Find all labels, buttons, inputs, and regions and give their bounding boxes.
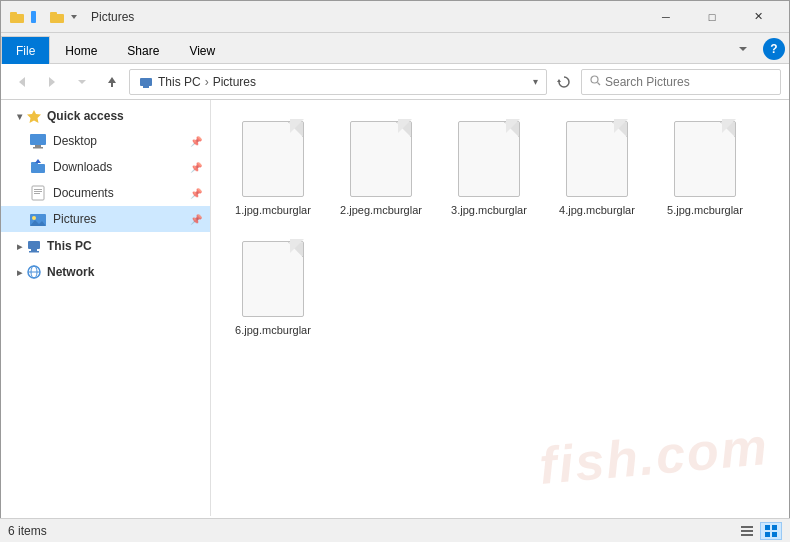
path-dropdown-icon[interactable]: ▾ [533,76,538,87]
view-buttons [736,522,782,540]
file-item[interactable]: 3.jpg.mcburglar [439,112,539,224]
file-name: 5.jpg.mcburglar [667,203,743,217]
svg-rect-18 [30,134,46,145]
sidebar-item-desktop[interactable]: Desktop 📌 [1,128,210,154]
svg-rect-21 [31,164,45,173]
svg-marker-5 [71,15,77,19]
quick-access-section: ▾ Quick access Desktop 📌 [1,104,210,232]
pictures-icon [29,210,47,228]
file-name: 1.jpg.mcburglar [235,203,311,217]
svg-rect-3 [50,14,64,23]
forward-button[interactable] [39,69,65,95]
file-item[interactable]: 2.jpeg.mcburglar [331,112,431,224]
title-dropdown-icon[interactable] [69,12,79,22]
list-view-button[interactable] [736,522,758,540]
address-bar: This PC › Pictures ▾ [1,64,789,100]
svg-rect-38 [741,530,753,532]
svg-rect-37 [741,526,753,528]
svg-rect-19 [35,145,41,147]
help-button[interactable]: ? [763,38,785,60]
network-section: ▸ Network [1,260,210,284]
quick-access-icon [26,108,42,124]
item-count: 6 items [8,524,47,538]
thispc-label: This PC [47,239,92,253]
svg-rect-4 [50,12,57,15]
sidebar-item-pictures[interactable]: Pictures 📌 [1,206,210,232]
svg-marker-9 [78,80,86,84]
thispc-icon [26,238,42,254]
main-layout: ▾ Quick access Desktop 📌 [1,100,789,516]
svg-rect-13 [143,86,149,88]
file-item[interactable]: 4.jpg.mcburglar [547,112,647,224]
network-header[interactable]: ▸ Network [1,260,210,284]
file-icon [670,119,740,199]
svg-rect-32 [31,249,37,251]
window-app-icon [9,9,25,25]
close-button[interactable]: ✕ [735,1,781,33]
svg-marker-8 [49,77,55,87]
sidebar-item-documents[interactable]: Documents 📌 [1,180,210,206]
svg-point-29 [32,216,36,220]
documents-pin-icon: 📌 [190,188,202,199]
svg-rect-41 [772,525,777,530]
content-area: fish.com 1.jpg.mcburglar 2.jpeg.mcburgla… [211,100,789,516]
documents-label: Documents [53,186,114,200]
file-fold [398,119,412,133]
network-icon [26,264,42,280]
svg-rect-0 [10,14,24,23]
refresh-button[interactable] [551,69,577,95]
desktop-pin-icon: 📌 [190,136,202,147]
svg-point-15 [591,76,598,83]
file-name: 6.jpg.mcburglar [235,323,311,337]
up-button[interactable] [99,69,125,95]
address-path[interactable]: This PC › Pictures ▾ [129,69,547,95]
search-box[interactable] [581,69,781,95]
tab-share[interactable]: Share [112,36,174,64]
tab-view[interactable]: View [174,36,230,64]
sidebar-item-downloads[interactable]: Downloads 📌 [1,154,210,180]
svg-rect-43 [772,532,777,537]
file-fold [722,119,736,133]
ribbon-collapse-button[interactable] [729,35,757,63]
svg-marker-17 [27,110,41,123]
pictures-label: Pictures [53,212,96,226]
svg-line-16 [598,83,601,86]
documents-icon [29,184,47,202]
title-bar-icons [9,9,79,25]
file-icon [238,239,308,319]
search-input[interactable] [605,75,772,89]
path-thispc: This PC [158,75,201,89]
downloads-label: Downloads [53,160,112,174]
svg-rect-20 [33,147,43,149]
file-icon [454,119,524,199]
back-button[interactable] [9,69,35,95]
status-bar: 6 items [0,518,790,542]
refresh-icon [557,75,571,89]
maximize-button[interactable]: □ [689,1,735,33]
quick-access-label: Quick access [47,109,124,123]
file-item[interactable]: 1.jpg.mcburglar [223,112,323,224]
title-bar: Pictures ─ □ ✕ [1,1,789,33]
tab-file[interactable]: File [1,36,50,64]
large-icons-view-button[interactable] [760,522,782,540]
ribbon-expand: ? [729,35,789,63]
quick-access-header[interactable]: ▾ Quick access [1,104,210,128]
svg-rect-39 [741,534,753,536]
files-grid: 1.jpg.mcburglar 2.jpeg.mcburglar 3.jpg.m… [223,112,777,345]
thispc-section: ▸ This PC [1,234,210,258]
recent-locations-button[interactable] [69,69,95,95]
path-pictures: Pictures [213,75,256,89]
file-name: 2.jpeg.mcburglar [340,203,422,217]
svg-rect-40 [765,525,770,530]
svg-rect-12 [140,78,152,86]
thispc-header[interactable]: ▸ This PC [1,234,210,258]
file-fold [290,119,304,133]
minimize-button[interactable]: ─ [643,1,689,33]
file-item[interactable]: 6.jpg.mcburglar [223,232,323,344]
file-item[interactable]: 5.jpg.mcburglar [655,112,755,224]
svg-marker-23 [35,159,41,163]
window-pin-icon [29,9,45,25]
tab-home[interactable]: Home [50,36,112,64]
desktop-label: Desktop [53,134,97,148]
svg-rect-1 [10,12,17,15]
